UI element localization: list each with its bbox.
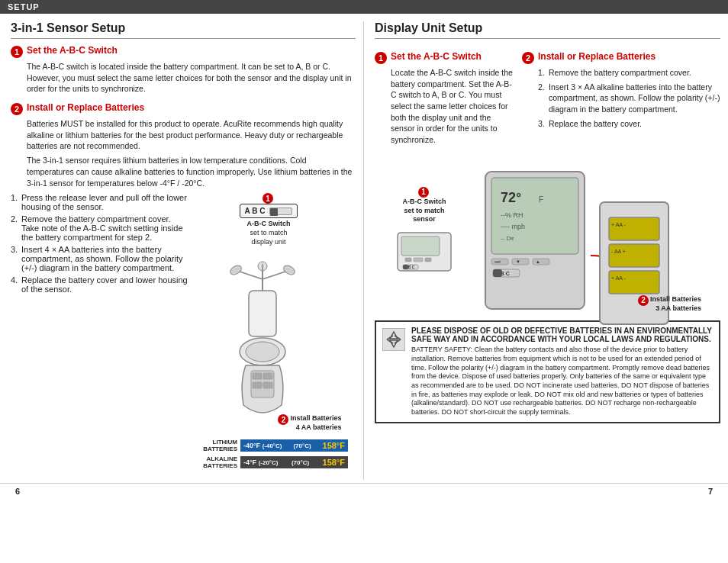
right-instruction-list: 1. Remove the battery compartment cover.… bbox=[538, 67, 720, 129]
sensor-svg: 2 Install Batteries4 AA batteries bbox=[201, 253, 341, 432]
right-step1-body: Locate the A-B-C switch inside the batte… bbox=[391, 67, 516, 146]
left-instr-1: 1. Press the release lever and pull off … bbox=[11, 193, 188, 211]
lithium-row: LITHIUMBATTERIES -40°F (-40°C) (70°C) 15… bbox=[195, 439, 348, 453]
svg-rect-19 bbox=[425, 258, 431, 262]
right-two-col: 1 Set the A-B-C Switch Locate the A-B-C … bbox=[375, 45, 720, 149]
left-instructions: 1. Press the release lever and pull off … bbox=[11, 193, 188, 472]
svg-text:+ AA -: + AA - bbox=[611, 275, 627, 281]
svg-text:set: set bbox=[494, 259, 501, 264]
page-number-left: 6 bbox=[15, 487, 20, 496]
display-unit-front-svg: A B C bbox=[394, 229, 455, 275]
display-text-col: 1 Set the A-B-C Switch Locate the A-B-C … bbox=[375, 45, 516, 149]
install-batteries-label-left: Install Batteries4 AA batteries bbox=[290, 414, 341, 432]
svg-text:--% RH: --% RH bbox=[501, 211, 523, 219]
left-instruction-list: 1. Press the release lever and pull off … bbox=[11, 193, 188, 294]
svg-rect-44 bbox=[609, 271, 659, 294]
svg-rect-38 bbox=[493, 269, 502, 277]
svg-text:▲: ▲ bbox=[536, 259, 540, 264]
svg-point-9 bbox=[246, 342, 279, 362]
abc-switch-left: A B C bbox=[240, 204, 298, 218]
svg-rect-40 bbox=[609, 217, 659, 240]
alkaline-row: ALKALINEBATTERIES -4°F (-20°C) (70°C) 15… bbox=[195, 455, 348, 470]
display-image-area: 1 A-B-C Switch set to match sensor bbox=[375, 156, 720, 313]
svg-point-5 bbox=[282, 264, 297, 277]
svg-text:- AA +: - AA + bbox=[611, 249, 626, 254]
left-column: 3-in-1 Sensor Setup 1 Set the A-B-C Swit… bbox=[0, 21, 364, 480]
right-step2-body: 1. Remove the battery compartment cover.… bbox=[538, 67, 720, 129]
abc-step-badge-left: 1 bbox=[263, 193, 273, 204]
left-step1-body: The A-B-C switch is located inside the b… bbox=[27, 61, 356, 95]
svg-text:▼: ▼ bbox=[516, 259, 520, 264]
svg-rect-11 bbox=[253, 373, 262, 379]
recycling-icon bbox=[382, 328, 405, 351]
battery-temp-table: LITHIUMBATTERIES -40°F (-40°C) (70°C) 15… bbox=[195, 439, 348, 472]
left-section-title: 3-in-1 Sensor Setup bbox=[11, 21, 356, 39]
page-numbers: 6 7 bbox=[0, 483, 728, 499]
left-step2-header: 2 Install or Replace Batteries bbox=[11, 102, 356, 115]
left-step2-title: Install or Replace Batteries bbox=[27, 102, 144, 113]
svg-text:+ AA -: + AA - bbox=[611, 222, 627, 227]
right-instr-3: 3. Replace the battery cover. bbox=[538, 118, 720, 130]
left-step2-circle: 2 bbox=[11, 103, 23, 115]
right-step1-title: Set the A-B-C Switch bbox=[391, 51, 482, 62]
display-install-batteries-badge: 2 bbox=[638, 295, 649, 306]
right-section-title: Display Unit Setup bbox=[375, 21, 720, 39]
right-instr-2: 2. Insert 3 × AA alkaline batteries into… bbox=[538, 82, 720, 115]
display-abc-switch-container: A B C bbox=[394, 229, 455, 276]
svg-text:---- mph: ---- mph bbox=[501, 223, 525, 230]
svg-rect-14 bbox=[263, 382, 272, 388]
svg-rect-17 bbox=[405, 258, 411, 262]
svg-rect-13 bbox=[253, 382, 262, 388]
page-header: SETUP bbox=[0, 0, 728, 14]
left-two-col: 1. Press the release lever and pull off … bbox=[11, 193, 356, 472]
display-abc-label: A-B-C Switch set to match sensor bbox=[402, 198, 446, 224]
svg-line-4 bbox=[263, 272, 285, 279]
left-step2-body: Batteries MUST be installed for this pro… bbox=[27, 118, 356, 188]
svg-rect-18 bbox=[414, 258, 423, 262]
display-abc-badge: 1 bbox=[418, 187, 429, 198]
disposal-sub-text: BATTERY SAFETY: Clean the battery contac… bbox=[411, 346, 713, 417]
svg-line-2 bbox=[240, 272, 263, 279]
sensor-image-area: 1 A B C A-B-C Switchset to matchdisplay … bbox=[188, 193, 356, 472]
svg-text:F: F bbox=[539, 195, 543, 204]
svg-rect-42 bbox=[609, 244, 659, 267]
right-step2-title: Install or Replace Batteries bbox=[538, 51, 656, 62]
svg-rect-32 bbox=[512, 259, 529, 265]
abc-caption-left: A-B-C Switchset to matchdisplay unit bbox=[246, 220, 290, 246]
right-step2-header: 2 Install or Replace Batteries bbox=[522, 51, 720, 64]
left-step1-circle: 1 bbox=[11, 46, 23, 58]
right-column: Display Unit Setup 1 Set the A-B-C Switc… bbox=[364, 21, 728, 480]
left-instr-2: 2. Remove the battery compartment cover.… bbox=[11, 214, 188, 242]
right-step2-circle: 2 bbox=[522, 52, 534, 64]
svg-rect-7 bbox=[249, 291, 276, 336]
left-step1-header: 1 Set the A-B-C Switch bbox=[11, 45, 356, 58]
display-install-batteries-label: Install Batteries3 AA batteries bbox=[650, 295, 701, 313]
display-unit-main-svg: 72° F --% RH ---- mph -- Dir set ▼ ▲ A B… bbox=[462, 156, 701, 313]
left-instr-3: 3. Insert 4 × AA batteries into the batt… bbox=[11, 245, 188, 272]
left-instr-4: 4. Replace the battery cover and lower h… bbox=[11, 275, 188, 294]
svg-rect-22 bbox=[403, 265, 408, 269]
page-number-right: 7 bbox=[708, 487, 713, 496]
right-step1-header: 1 Set the A-B-C Switch bbox=[375, 51, 516, 64]
display-abc-area: 1 A-B-C Switch set to match sensor bbox=[394, 187, 455, 313]
left-step1-title: Set the A-B-C Switch bbox=[27, 45, 118, 56]
svg-rect-16 bbox=[401, 236, 440, 256]
svg-text:-- Dir: -- Dir bbox=[501, 235, 514, 242]
right-instr-1: 1. Remove the battery compartment cover. bbox=[538, 67, 720, 79]
display-right-panel: 2 Install or Replace Batteries 1. Remove… bbox=[522, 45, 720, 149]
svg-text:72°: 72° bbox=[501, 190, 521, 205]
svg-point-3 bbox=[229, 264, 243, 277]
svg-rect-12 bbox=[263, 373, 272, 379]
right-step1-circle: 1 bbox=[375, 52, 387, 64]
sensor-illustration bbox=[201, 253, 324, 436]
display-unit-illustration: 72° F --% RH ---- mph -- Dir set ▼ ▲ A B… bbox=[462, 156, 676, 355]
